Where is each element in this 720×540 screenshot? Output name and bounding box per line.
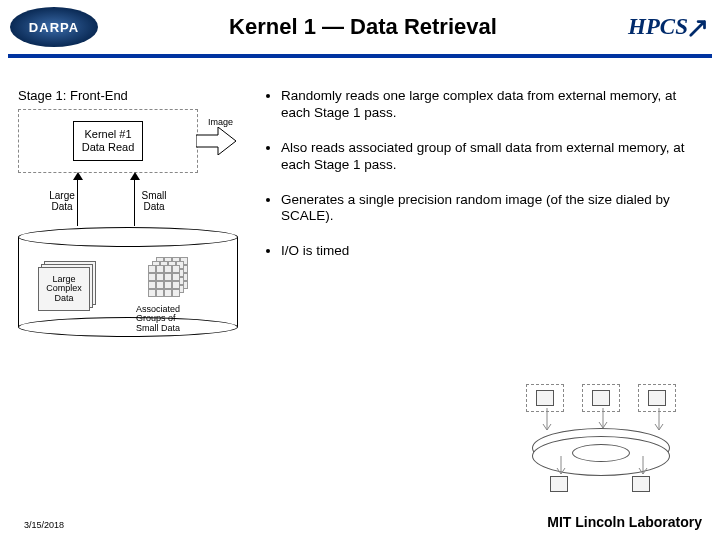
slide-title: Kernel 1 — Data Retrieval [98, 14, 628, 40]
small-data-label: SmallData [138, 191, 170, 212]
bullet-item: I/O is timed [281, 243, 702, 260]
image-output-label: Image [208, 117, 233, 127]
slide-header: DARPA Kernel 1 — Data Retrieval HPCS [0, 0, 720, 54]
hpcs-arrow-icon [688, 16, 710, 38]
sheet-label: LargeComplexData [46, 275, 82, 303]
stage-label: Stage 1: Front-End [18, 88, 253, 103]
hpcs-logo-text: HPCS [628, 14, 688, 40]
kernel-box: Kernel #1 Data Read [73, 121, 144, 161]
bullet-list-area: Randomly reads one large complex data fr… [253, 88, 702, 337]
data-connectors: LargeData SmallData [18, 173, 253, 227]
bullet-item: Randomly reads one large complex data fr… [281, 88, 702, 122]
kernel-line1: Kernel #1 [82, 128, 135, 141]
stage-dashed-box: Kernel #1 Data Read [18, 109, 198, 173]
large-data-label: LargeData [46, 191, 78, 212]
footer-date: 3/15/2018 [24, 520, 64, 530]
associated-groups-label: AssociatedGroups ofSmall Data [136, 305, 180, 333]
bullet-item: Also reads associated group of small dat… [281, 140, 702, 174]
darpa-badge-text: DARPA [29, 20, 79, 35]
storage-cylinder-icon: LargeComplexData AssociatedGroups ofSmal… [18, 227, 238, 337]
darpa-badge: DARPA [10, 7, 98, 47]
up-arrow-icon [73, 172, 83, 180]
arrow-icon [554, 456, 568, 478]
left-diagram: Stage 1: Front-End Kernel #1 Data Read I… [18, 88, 253, 337]
kernel-line2: Data Read [82, 141, 135, 154]
image-output-arrow-icon [196, 127, 236, 155]
bullet-list: Randomly reads one large complex data fr… [265, 88, 702, 260]
bullet-item: Generates a single precision random imag… [281, 192, 702, 226]
large-complex-data-stack: LargeComplexData [38, 261, 96, 313]
footer-lab: MIT Lincoln Laboratory [547, 514, 702, 530]
arrow-icon [596, 408, 610, 434]
arrow-icon [636, 456, 650, 478]
hpcs-logo: HPCS [628, 14, 710, 40]
slide-body: Stage 1: Front-End Kernel #1 Data Read I… [0, 58, 720, 337]
system-ring-diagram [510, 384, 690, 494]
arrow-icon [652, 408, 666, 436]
arrow-icon [540, 408, 554, 436]
connector-line [134, 180, 135, 226]
up-arrow-icon [130, 172, 140, 180]
